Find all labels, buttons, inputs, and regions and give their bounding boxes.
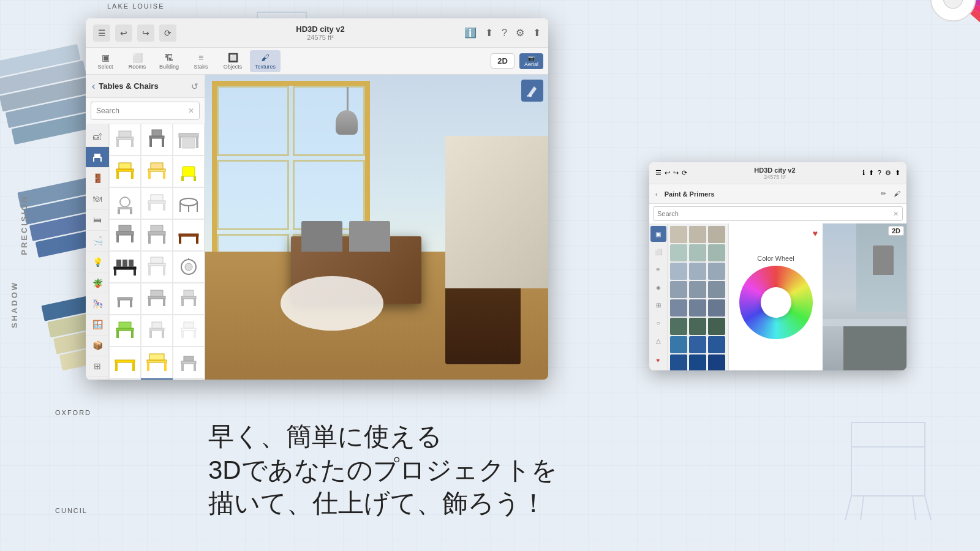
mini-redo-button[interactable]: ↪ [673,169,679,177]
button-2d[interactable]: 2D [491,53,514,69]
mini-brush-icon[interactable]: 🖌 [891,189,903,199]
color-swatch[interactable] [670,318,687,335]
color-swatch[interactable] [689,336,706,353]
list-item[interactable] [141,315,173,347]
mini-heart-bottom[interactable]: ♥ [650,352,666,368]
color-swatch[interactable] [708,244,725,261]
color-swatch[interactable] [708,299,725,317]
cat-beds[interactable]: 🛏 [86,210,109,231]
color-wheel-heart-button[interactable]: ♥ [813,228,818,238]
list-item[interactable] [141,219,173,251]
mini-share-icon[interactable]: ⬆ [869,169,874,177]
expand-icon[interactable]: ⬆ [533,27,541,39]
toolbar-stairs[interactable]: ≡ Stairs [186,50,216,72]
toolbar-select[interactable]: ▣ Select [91,50,120,72]
color-swatch[interactable] [689,318,706,335]
mini-pencil-icon[interactable]: ✏ [878,189,889,199]
button-aerial[interactable]: 📷 Aerial [519,53,543,69]
list-item[interactable] [141,124,173,156]
color-wheel[interactable] [739,266,813,339]
toolbar-building[interactable]: 🏗 Building [154,50,184,72]
list-item[interactable] [173,315,205,347]
list-item[interactable] [141,251,173,283]
cat-plants[interactable]: 🪴 [86,272,109,293]
search-input[interactable] [96,107,188,115]
refresh-button[interactable]: ⟳ [159,24,176,42]
mini-expand-icon[interactable]: ⬆ [895,169,900,177]
color-swatch[interactable] [708,281,725,298]
list-item[interactable] [141,156,173,187]
back-button[interactable]: ‹ [92,81,95,92]
mini-undo-button[interactable]: ↩ [665,169,670,177]
color-swatch[interactable] [689,299,706,317]
undo-button[interactable]: ↩ [115,24,132,42]
list-item[interactable] [141,347,173,378]
list-item[interactable] [173,187,205,219]
mini-help-icon[interactable]: ? [878,169,881,177]
list-item[interactable] [109,283,141,315]
color-swatch[interactable] [670,244,687,261]
mini-info-icon[interactable]: ℹ [862,169,865,177]
mini-cat-2[interactable]: ≡ [650,261,666,277]
color-swatch[interactable] [708,263,725,280]
settings-icon[interactable]: ⚙ [516,27,524,39]
list-item[interactable] [173,283,205,315]
list-item[interactable] [173,219,205,251]
list-item[interactable] [173,378,205,380]
list-item[interactable] [109,315,141,347]
mini-refresh-button[interactable]: ⟳ [682,169,687,177]
list-item[interactable] [173,251,205,283]
list-item[interactable] [141,378,173,380]
mini-cat-active[interactable]: ▣ [650,226,666,242]
toolbar-textures[interactable]: 🖌 Textures [250,50,281,72]
color-swatch[interactable] [708,336,725,353]
cat-kitchen[interactable]: 🍽 [86,189,109,210]
search-clear-button[interactable]: ✕ [188,107,194,115]
cat-misc[interactable]: ⊞ [86,356,109,377]
cat-decor[interactable]: 🎠 [86,293,109,314]
mini-back-button[interactable]: ‹ [653,189,660,199]
list-item[interactable] [109,124,141,156]
list-item[interactable] [109,251,141,283]
color-swatch[interactable] [689,226,706,243]
mini-cat-1[interactable]: ⬜ [650,244,666,260]
redo-button[interactable]: ↪ [137,24,154,42]
cat-storage[interactable]: 📦 [86,335,109,356]
mini-search-input[interactable] [657,210,893,217]
color-swatch[interactable] [670,281,687,298]
color-swatch[interactable] [670,299,687,317]
mini-menu-button[interactable]: ☰ [655,169,662,177]
color-swatch[interactable] [670,354,687,370]
list-item[interactable] [109,187,141,219]
list-item[interactable] [109,156,141,187]
list-item[interactable] [109,378,141,380]
cat-sofas[interactable]: 🛋 [86,126,109,147]
sidebar-refresh-button[interactable]: ↺ [191,81,198,91]
color-swatch[interactable] [670,263,687,280]
color-swatch[interactable] [708,318,725,335]
mini-cat-4[interactable]: ⊞ [650,297,666,313]
list-item[interactable] [109,219,141,251]
toolbar-rooms[interactable]: ⬜ Rooms [123,50,152,72]
list-item[interactable] [173,347,205,378]
list-item[interactable] [173,156,205,187]
cat-chairs-tables[interactable] [86,147,109,168]
mini-cat-5[interactable]: ○ [650,315,666,331]
viewport[interactable] [205,75,548,380]
color-swatch[interactable] [689,263,706,280]
share-icon[interactable]: ⬆ [485,27,493,39]
cat-bath[interactable]: 🛁 [86,231,109,252]
mini-search-clear[interactable]: ✕ [893,210,899,218]
mini-cat-6[interactable]: △ [650,332,666,348]
menu-button[interactable]: ☰ [93,24,110,42]
toolbar-objects[interactable]: 🔲 Objects [218,50,247,72]
color-swatch[interactable] [689,244,706,261]
color-swatch[interactable] [708,226,725,243]
cat-doors[interactable]: 🚪 [86,168,109,189]
cat-lighting[interactable]: 💡 [86,252,109,272]
list-item[interactable] [141,283,173,315]
cat-windows[interactable]: 🪟 [86,315,109,335]
list-item[interactable] [173,124,205,156]
color-swatch[interactable] [670,336,687,353]
list-item[interactable] [141,187,173,219]
